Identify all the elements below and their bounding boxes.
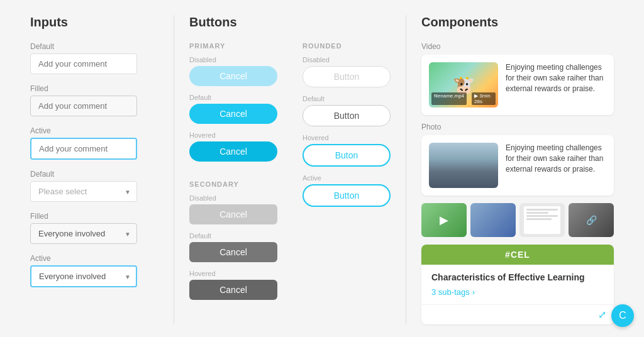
components-title: Components bbox=[421, 15, 614, 30]
photo-card: Enjoying meeting challenges for their ow… bbox=[421, 135, 614, 196]
cel-title: Characteristics of Effective Learning bbox=[431, 272, 604, 282]
text-input-default-group: Default bbox=[30, 42, 158, 74]
cel-subtags-text: 3 sub-tags bbox=[431, 287, 470, 297]
primary-label: PRIMARY bbox=[189, 42, 277, 50]
video-label: Video bbox=[421, 42, 614, 51]
select-active-label: Active bbox=[30, 254, 158, 263]
buttons-title: Buttons bbox=[189, 15, 391, 30]
text-default-label: Default bbox=[30, 42, 158, 51]
secondary-default-label: Default bbox=[189, 232, 277, 240]
primary-disabled-label: Disabled bbox=[189, 56, 277, 64]
video-footer: filename.mp4 ▶ 3min 28s bbox=[431, 92, 496, 105]
video-card: 🐮 filename.mp4 ▶ 3min 28s Enjoying meeti… bbox=[421, 55, 614, 115]
components-section: Components Video 🐮 filename.mp4 ▶ 3min 2… bbox=[411, 15, 624, 324]
select-active-group: Active Everyone involved bbox=[30, 254, 158, 287]
text-filled-input[interactable] bbox=[30, 96, 137, 116]
fab-icon: C bbox=[619, 310, 626, 321]
text-active-input[interactable] bbox=[30, 138, 137, 160]
rounded-disabled-button[interactable]: Button bbox=[303, 66, 391, 87]
primary-default-group: Default Cancel bbox=[189, 94, 277, 124]
divider-2 bbox=[406, 15, 406, 324]
rounded-default-button[interactable]: Button bbox=[303, 105, 391, 126]
text-input-active-group: Active bbox=[30, 126, 158, 160]
inputs-title: Inputs bbox=[30, 15, 158, 30]
thumb-link[interactable]: 🔗 bbox=[569, 203, 614, 237]
photo-label: Photo bbox=[421, 123, 614, 131]
video-thumbnail[interactable]: 🐮 filename.mp4 ▶ 3min 28s bbox=[429, 62, 498, 108]
select-filled-group: Filled Everyone involved bbox=[30, 212, 158, 244]
inputs-section: Inputs Default Filled Active Default Ple… bbox=[20, 15, 169, 324]
rounded-hovered-group: Hovered Buton bbox=[303, 134, 391, 167]
secondary-disabled-group: Disabled Cancel bbox=[189, 194, 277, 224]
divider-1 bbox=[174, 15, 174, 324]
secondary-label: SECONDARY bbox=[189, 180, 277, 188]
rounded-disabled-group: Disabled Button bbox=[303, 56, 391, 87]
photo-thumbnail[interactable] bbox=[429, 143, 498, 188]
cel-subtags-row[interactable]: 3 sub-tags › bbox=[431, 287, 604, 297]
text-active-label: Active bbox=[30, 126, 158, 135]
select-active-input[interactable]: Everyone involved bbox=[30, 265, 137, 287]
chevron-right-icon: › bbox=[472, 287, 475, 297]
rounded-default-label: Default bbox=[303, 95, 391, 102]
secondary-hovered-group: Hovered Cancel bbox=[189, 270, 277, 300]
select-default-wrapper: Please select Everyone involved bbox=[30, 181, 137, 202]
video-description: Enjoying meeting challenges for their ow… bbox=[506, 62, 606, 94]
select-filled-label: Filled bbox=[30, 212, 158, 221]
select-active-wrapper: Everyone involved bbox=[30, 265, 137, 287]
primary-disabled-button[interactable]: Cancel bbox=[189, 66, 277, 86]
thumb-photo[interactable] bbox=[470, 203, 516, 237]
select-default-label: Default bbox=[30, 170, 158, 179]
select-default-group: Default Please select Everyone involved bbox=[30, 170, 158, 202]
primary-default-label: Default bbox=[189, 94, 277, 101]
select-filled-wrapper: Everyone involved bbox=[30, 223, 137, 244]
primary-hovered-group: Hovered Cancel bbox=[189, 131, 277, 162]
thumbnail-row: ▶ 🔗 bbox=[421, 203, 614, 237]
rounded-active-label: Active bbox=[303, 174, 391, 182]
rounded-active-group: Active Button bbox=[303, 174, 391, 207]
primary-default-button[interactable]: Cancel bbox=[189, 104, 277, 124]
rounded-label: ROUNDED bbox=[303, 42, 391, 50]
cel-body: Characteristics of Effective Learning 3 … bbox=[421, 265, 614, 304]
video-filename: filename.mp4 bbox=[431, 92, 467, 105]
primary-secondary-col: PRIMARY Disabled Cancel Default Cancel H… bbox=[189, 42, 277, 307]
rounded-default-group: Default Button bbox=[303, 95, 391, 126]
thumb-doc[interactable] bbox=[519, 203, 565, 237]
buttons-inner: PRIMARY Disabled Cancel Default Cancel H… bbox=[189, 42, 391, 307]
thumb-video[interactable]: ▶ bbox=[421, 203, 467, 237]
secondary-hovered-button[interactable]: Cancel bbox=[189, 280, 277, 300]
text-input-filled-group: Filled bbox=[30, 84, 158, 116]
primary-disabled-group: Disabled Cancel bbox=[189, 56, 277, 86]
play-icon: ▶ bbox=[440, 213, 448, 227]
primary-hovered-button[interactable]: Cancel bbox=[189, 141, 277, 162]
secondary-disabled-label: Disabled bbox=[189, 194, 277, 202]
cel-footer: ⤢ bbox=[421, 304, 614, 324]
secondary-default-button[interactable]: Cancel bbox=[189, 242, 277, 262]
video-duration: ▶ 3min 28s bbox=[472, 92, 496, 105]
rounded-disabled-label: Disabled bbox=[303, 56, 391, 64]
secondary-hovered-label: Hovered bbox=[189, 270, 277, 277]
secondary-disabled-button[interactable]: Cancel bbox=[189, 204, 277, 224]
cel-tag: #CEL bbox=[421, 245, 614, 265]
secondary-default-group: Default Cancel bbox=[189, 232, 277, 262]
rounded-hovered-label: Hovered bbox=[303, 134, 391, 141]
select-filled-input[interactable]: Everyone involved bbox=[30, 223, 137, 244]
text-default-input[interactable] bbox=[30, 53, 137, 74]
buttons-section: Buttons PRIMARY Disabled Cancel Default … bbox=[179, 15, 401, 324]
rounded-hovered-button[interactable]: Buton bbox=[303, 144, 391, 167]
select-default-input[interactable]: Please select Everyone involved bbox=[30, 181, 137, 202]
rounded-col: ROUNDED Disabled Button Default Button H… bbox=[303, 42, 391, 307]
rounded-active-button[interactable]: Button bbox=[303, 184, 391, 207]
primary-hovered-label: Hovered bbox=[189, 131, 277, 139]
cel-card: #CEL Characteristics of Effective Learni… bbox=[421, 245, 614, 324]
fab-button[interactable]: C bbox=[611, 304, 634, 327]
photo-description: Enjoying meeting challenges for their ow… bbox=[506, 143, 606, 174]
link-icon: 🔗 bbox=[586, 215, 597, 225]
expand-icon[interactable]: ⤢ bbox=[598, 309, 606, 321]
text-filled-label: Filled bbox=[30, 84, 158, 93]
